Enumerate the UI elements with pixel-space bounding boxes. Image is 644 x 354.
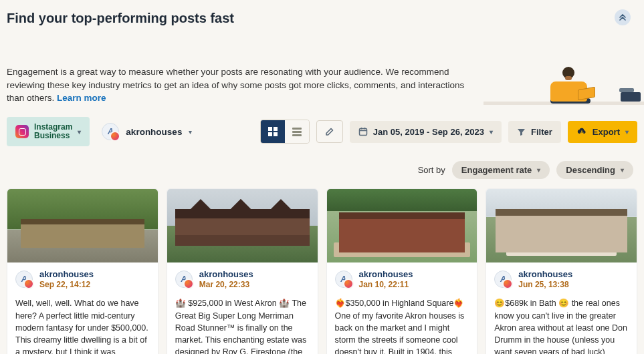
- post-excerpt: 🏰 $925,000 in West Akron 🏰 The Great Big…: [167, 292, 318, 354]
- export-button[interactable]: Export ▾: [568, 121, 637, 143]
- post-image: [7, 189, 158, 262]
- chevron-down-icon: ▾: [78, 128, 81, 136]
- chevron-down-icon: ▾: [621, 166, 624, 174]
- post-avatar: A: [175, 271, 193, 288]
- list-icon: [292, 128, 302, 136]
- chevron-down-icon: ▾: [189, 128, 192, 136]
- post-author: akronhouses: [39, 269, 94, 279]
- post-timestamp: Sep 22, 14:12: [39, 280, 94, 289]
- page-title: Find your top-performing posts fast: [7, 11, 637, 26]
- filter-button[interactable]: Filter: [508, 121, 561, 143]
- instagram-icon: [15, 125, 29, 138]
- post-grid: A akronhouses Sep 22, 14:12 Well, well, …: [7, 188, 637, 354]
- cloud-download-icon: [576, 128, 587, 136]
- post-card[interactable]: A akronhouses Jun 25, 13:38 😊$689k in Ba…: [486, 188, 637, 354]
- grid-icon: [268, 127, 278, 136]
- post-image: [327, 189, 477, 262]
- chevron-down-icon: ▾: [537, 166, 540, 174]
- toolbar: Instagram Business ▾ A akronhouses ▾: [7, 117, 637, 146]
- calendar-icon: [358, 127, 368, 136]
- post-card[interactable]: A akronhouses Mar 20, 22:33 🏰 $925,000 i…: [167, 188, 318, 354]
- chevron-double-up-icon: [619, 14, 626, 21]
- post-timestamp: Jun 25, 13:38: [518, 280, 572, 289]
- post-excerpt: Well, well, well. What do we have here? …: [7, 292, 158, 354]
- channel-selector[interactable]: Instagram Business ▾: [7, 117, 90, 146]
- header-illustration: [488, 53, 637, 105]
- chevron-down-icon: ▾: [625, 128, 629, 136]
- page-description: Engagement is a great way to measure whe…: [7, 65, 475, 105]
- post-timestamp: Mar 20, 22:33: [199, 280, 253, 289]
- post-avatar: A: [15, 271, 33, 288]
- post-timestamp: Jan 10, 22:11: [359, 280, 413, 289]
- svg-rect-0: [359, 129, 366, 136]
- post-card[interactable]: A akronhouses Jan 10, 22:11 ❤️‍🔥$350,000…: [326, 188, 478, 354]
- grid-view-button[interactable]: [261, 120, 285, 143]
- post-author: akronhouses: [518, 269, 572, 279]
- filter-icon: [517, 128, 526, 136]
- pencil-icon: [325, 127, 334, 136]
- chevron-down-icon: ▾: [490, 128, 493, 136]
- sort-direction-selector[interactable]: Descending ▾: [556, 161, 633, 179]
- sort-controls: Sort by Engagement rate ▾ Descending ▾: [7, 161, 637, 179]
- post-excerpt: ❤️‍🔥$350,000 in Highland Square❤️‍🔥 One …: [327, 292, 477, 354]
- post-excerpt: 😊$689k in Bath 😊 the real ones know you …: [486, 292, 637, 354]
- sort-metric-selector[interactable]: Engagement rate ▾: [452, 161, 550, 179]
- header: Find your top-performing posts fast: [7, 8, 637, 26]
- sort-by-label: Sort by: [418, 165, 445, 175]
- post-author: akronhouses: [199, 269, 253, 279]
- post-avatar: A: [494, 271, 512, 288]
- edit-columns-button[interactable]: [316, 120, 343, 143]
- post-author: akronhouses: [359, 269, 413, 279]
- post-avatar: A: [335, 271, 352, 288]
- account-selector[interactable]: A akronhouses ▾: [96, 119, 197, 144]
- list-view-button[interactable]: [285, 120, 309, 143]
- view-toggle: [260, 120, 310, 144]
- collapse-button[interactable]: [615, 9, 631, 25]
- post-image: [486, 189, 637, 262]
- post-image: [167, 189, 318, 262]
- learn-more-link[interactable]: Learn more: [57, 93, 106, 103]
- date-range-selector[interactable]: Jan 05, 2019 - Sep 26, 2023 ▾: [350, 121, 502, 143]
- account-avatar: A: [102, 123, 119, 140]
- post-card[interactable]: A akronhouses Sep 22, 14:12 Well, well, …: [7, 188, 158, 354]
